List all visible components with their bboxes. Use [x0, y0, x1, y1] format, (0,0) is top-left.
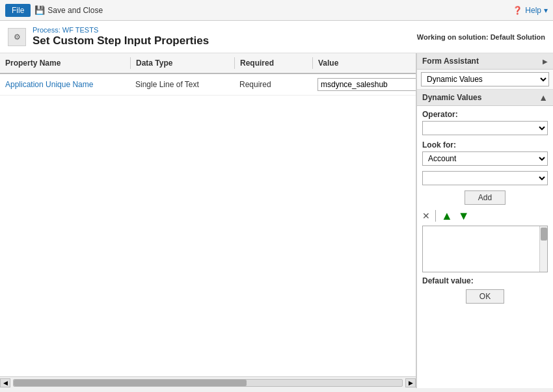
header-left: ⚙ Process: WF TESTS Set Custom Step Inpu… [8, 26, 209, 47]
table-header: Property Name Data Type Required Value [0, 53, 416, 74]
scroll-left-arrow[interactable]: ◀ [0, 378, 10, 387]
table-body: Application Unique Name Single Line of T… [0, 74, 416, 376]
header-text: Process: WF TESTS Set Custom Step Input … [33, 26, 209, 47]
page-header: ⚙ Process: WF TESTS Set Custom Step Inpu… [0, 21, 553, 53]
help-button[interactable]: ❓ Help ▾ [513, 6, 548, 15]
fa-body: Operator: Equals Contains Does Not Equal… [417, 106, 553, 388]
col-required: Required [234, 57, 312, 69]
toolbar-separator [435, 210, 436, 222]
form-assistant-expand-icon[interactable]: ▶ [543, 58, 548, 65]
dynamic-values-section: Dynamic Values ▲ [417, 90, 553, 106]
scroll-right-arrow[interactable]: ▶ [405, 378, 416, 387]
dynamic-values-select[interactable]: Dynamic Values [421, 72, 549, 86]
operator-select[interactable]: Equals Contains Does Not Equal [422, 121, 548, 135]
horizontal-scrollbar[interactable]: ◀ ▶ [0, 376, 416, 388]
process-link[interactable]: Process: WF TESTS [33, 26, 209, 34]
sub-dropdown-select[interactable]: Name ID Email [422, 171, 548, 185]
toolbar-left: File 💾 Save and Close [5, 4, 103, 17]
save-close-button[interactable]: 💾 Save and Close [34, 5, 103, 15]
form-assistant-header: Form Assistant ▶ [417, 53, 553, 70]
fa-list-scroll[interactable] [539, 226, 547, 272]
solution-text: Working on solution: Default Solution [417, 33, 545, 41]
cell-property-name[interactable]: Application Unique Name [0, 79, 130, 90]
default-value-label: Default value: [422, 276, 548, 285]
sub-dropdown-row: Name ID Email [422, 171, 548, 185]
toolbar: File 💾 Save and Close ❓ Help ▾ [0, 0, 553, 21]
move-down-button[interactable]: ▼ [458, 210, 470, 222]
help-label: Help [525, 6, 541, 15]
look-for-label: Look for: [422, 140, 548, 150]
look-for-row: Look for: Account Contact Lead Opportuni… [422, 140, 548, 166]
page-title: Set Custom Step Input Properties [33, 34, 209, 47]
dynamic-values-title: Dynamic Values [422, 93, 481, 102]
cell-value [312, 77, 416, 92]
delete-button[interactable]: ✕ [422, 211, 430, 220]
main-content: Property Name Data Type Required Value A… [0, 53, 553, 388]
fa-toolbar: ✕ ▲ ▼ [422, 209, 548, 223]
help-icon: ❓ [513, 6, 522, 15]
col-data-type: Data Type [130, 57, 234, 69]
left-panel: Property Name Data Type Required Value A… [0, 53, 416, 388]
scroll-track[interactable] [13, 379, 403, 387]
ok-button[interactable]: OK [466, 289, 504, 304]
value-input[interactable] [317, 78, 416, 91]
floppy-icon: 💾 [34, 5, 45, 15]
fa-dropdown-row: Dynamic Values [417, 70, 553, 90]
operator-row: Operator: Equals Contains Does Not Equal [422, 110, 548, 135]
move-up-button[interactable]: ▲ [441, 210, 453, 222]
help-dropdown-icon: ▾ [544, 6, 548, 15]
operator-label: Operator: [422, 110, 548, 119]
list-area-container [422, 226, 548, 272]
look-for-select[interactable]: Account Contact Lead Opportunity [422, 151, 548, 166]
fa-list-area[interactable] [422, 226, 548, 272]
save-close-label: Save and Close [47, 6, 103, 15]
form-assistant-panel: Form Assistant ▶ Dynamic Values Dynamic … [416, 53, 553, 388]
file-button[interactable]: File [5, 4, 31, 17]
scroll-thumb[interactable] [14, 380, 247, 386]
dynamic-values-collapse-icon[interactable]: ▲ [539, 92, 548, 103]
page-icon: ⚙ [8, 28, 26, 46]
settings-icon: ⚙ [14, 33, 21, 42]
col-property-name: Property Name [0, 57, 130, 69]
add-button[interactable]: Add [465, 190, 506, 205]
form-assistant-title: Form Assistant [422, 57, 479, 66]
table-row: Application Unique Name Single Line of T… [0, 74, 416, 96]
cell-data-type: Single Line of Text [130, 79, 234, 90]
col-value: Value [312, 57, 416, 69]
fa-list-scroll-thumb [541, 228, 547, 241]
cell-required: Required [234, 79, 312, 90]
